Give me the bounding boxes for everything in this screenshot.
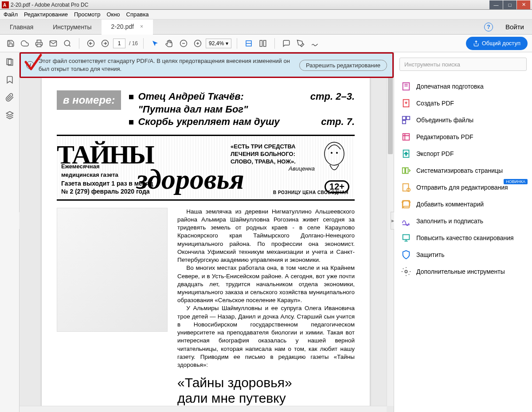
svg-rect-25 xyxy=(406,168,408,174)
tool-item[interactable]: Редактировать PDF xyxy=(394,128,532,145)
print-icon[interactable] xyxy=(33,37,45,50)
login-button[interactable]: Войти xyxy=(497,23,532,31)
tool-label: Экспорт PDF xyxy=(416,150,454,157)
svg-rect-2 xyxy=(37,44,41,47)
svg-rect-20 xyxy=(407,117,410,120)
pdfa-notice-bar: i Этот файл соответствует стандарту PDF/… xyxy=(20,52,394,78)
comment-icon[interactable] xyxy=(280,37,293,50)
select-tool-icon[interactable] xyxy=(149,37,161,50)
zoom-in-icon[interactable] xyxy=(192,37,204,50)
tools-search-input[interactable]: Инструменты поиска xyxy=(399,58,527,71)
collapse-right-panel-button[interactable]: ▶ xyxy=(391,212,394,229)
tool-item[interactable]: Систематизировать страницы xyxy=(394,162,532,179)
tool-label: Допечатная подготовка xyxy=(416,83,484,90)
menubar: Файл Редактирование Просмотр Окно Справк… xyxy=(0,10,532,19)
page-display-icon[interactable] xyxy=(257,37,269,50)
svg-rect-11 xyxy=(264,40,266,47)
tool-label: Создать PDF xyxy=(416,100,454,107)
hand-tool-icon[interactable] xyxy=(163,37,176,50)
horizontal-scrollbar[interactable] xyxy=(20,406,387,412)
tool-item[interactable]: Объединить файлы xyxy=(394,112,532,128)
thumbnails-icon[interactable] xyxy=(5,58,14,66)
tool-label: Повысить качество сканирования xyxy=(416,234,514,241)
maximize-button[interactable]: □ xyxy=(503,0,516,9)
tool-item[interactable]: Экспорт PDF xyxy=(394,145,532,162)
allow-editing-button[interactable]: Разрешить редактирование xyxy=(299,60,387,71)
menu-help[interactable]: Справка xyxy=(126,11,149,18)
tool-icon xyxy=(401,98,411,108)
svg-rect-21 xyxy=(403,120,406,124)
save-icon[interactable] xyxy=(4,37,17,50)
tab-tools[interactable]: Инструменты xyxy=(43,19,101,35)
tool-item[interactable]: Допечатная подготовка xyxy=(394,78,532,95)
prev-page-icon[interactable] xyxy=(85,37,97,50)
tool-item[interactable]: Повысить качество сканирования xyxy=(394,229,532,246)
svg-text:A: A xyxy=(3,3,6,8)
tool-item[interactable]: Отправить для редактированияНОВИНКА xyxy=(394,179,532,196)
in-issue-label: в номере: xyxy=(57,90,121,110)
article-body: Наша землячка из деревни Нигматуллино Ал… xyxy=(57,208,355,412)
svg-rect-28 xyxy=(403,235,410,240)
zoom-level-select[interactable]: 92,4%▾ xyxy=(206,39,231,48)
tool-label: Дополнительные инструменты xyxy=(416,268,505,275)
tool-item[interactable]: Дополнительные инструменты xyxy=(394,263,532,280)
tool-icon xyxy=(401,82,411,91)
sign-icon[interactable] xyxy=(309,37,321,50)
svg-rect-10 xyxy=(260,40,262,47)
tool-icon xyxy=(401,216,411,226)
main-area: ▶ i Этот файл соответствует стандарту PD… xyxy=(0,52,532,412)
fit-width-icon[interactable] xyxy=(243,37,255,50)
document-viewer[interactable]: i Этот файл соответствует стандарту PDF/… xyxy=(20,52,394,412)
tool-item[interactable]: Защитить xyxy=(394,246,532,263)
bookmarks-icon[interactable] xyxy=(5,75,14,84)
help-icon[interactable]: ? xyxy=(484,23,493,31)
tools-panel: ▶ Инструменты поиска Допечатная подготов… xyxy=(394,52,532,412)
next-page-icon[interactable] xyxy=(99,37,111,50)
tool-icon xyxy=(401,250,411,260)
tab-home[interactable]: Главная xyxy=(0,19,43,35)
menu-window[interactable]: Окно xyxy=(106,11,120,18)
tool-item[interactable]: Добавить комментарий xyxy=(394,196,532,213)
masthead-quote: «ЕСТЬ ТРИ СРЕДСТВА ЛЕЧЕНИЯ БОЛЬНОГО: СЛО… xyxy=(231,143,315,173)
in-issue-list: Отец Андрей Ткачёв: "Путина дал нам Бог"… xyxy=(129,90,355,128)
close-button[interactable]: ✕ xyxy=(517,0,530,9)
svg-point-4 xyxy=(64,40,70,46)
app-icon: A xyxy=(2,1,9,8)
mail-icon[interactable] xyxy=(47,37,59,50)
tool-icon xyxy=(401,183,411,192)
svg-rect-26 xyxy=(403,184,409,191)
find-icon[interactable] xyxy=(61,37,74,50)
attachments-icon[interactable] xyxy=(5,93,14,102)
share-button[interactable]: Общий доступ xyxy=(466,37,528,50)
tool-item[interactable]: Создать PDF xyxy=(394,95,532,112)
svg-point-16 xyxy=(336,152,338,154)
issue-number: № 2 (279) февраль 2020 года xyxy=(61,188,150,195)
svg-rect-19 xyxy=(403,117,406,120)
tab-document[interactable]: 2-20.pdf × xyxy=(102,19,153,35)
cloud-icon[interactable] xyxy=(19,37,31,50)
tool-icon xyxy=(401,166,411,175)
window-title: 2-20.pdf - Adobe Acrobat Pro DC xyxy=(11,2,489,8)
vertical-scrollbar[interactable] xyxy=(387,74,394,406)
menu-edit[interactable]: Редактирование xyxy=(24,11,68,18)
tool-icon xyxy=(401,233,411,243)
menu-file[interactable]: Файл xyxy=(4,11,18,18)
svg-rect-22 xyxy=(403,134,410,140)
tab-row: Главная Инструменты 2-20.pdf × ? Войти xyxy=(0,19,532,35)
tool-label: Объединить файлы xyxy=(416,117,473,124)
highlight-icon[interactable] xyxy=(294,37,307,50)
menu-view[interactable]: Просмотр xyxy=(74,11,100,18)
in-issue-item: Отец Андрей Ткачёв: "Путина дал нам Бог"… xyxy=(129,90,355,116)
tab-document-label: 2-20.pdf xyxy=(111,23,134,30)
layers-icon[interactable] xyxy=(5,111,14,120)
zoom-out-icon[interactable] xyxy=(177,37,190,50)
tool-label: Редактировать PDF xyxy=(416,133,473,140)
svg-point-15 xyxy=(331,152,332,154)
tool-item[interactable]: Заполнить и подписать xyxy=(394,213,532,229)
tool-icon xyxy=(401,267,411,276)
tab-close-icon[interactable]: × xyxy=(140,23,143,30)
minimize-button[interactable]: — xyxy=(489,0,503,9)
in-issue-item: Скорбь укрепляет нам душу стр. 7. xyxy=(129,116,355,128)
svg-point-29 xyxy=(405,270,407,273)
page-number-input[interactable] xyxy=(113,39,125,48)
